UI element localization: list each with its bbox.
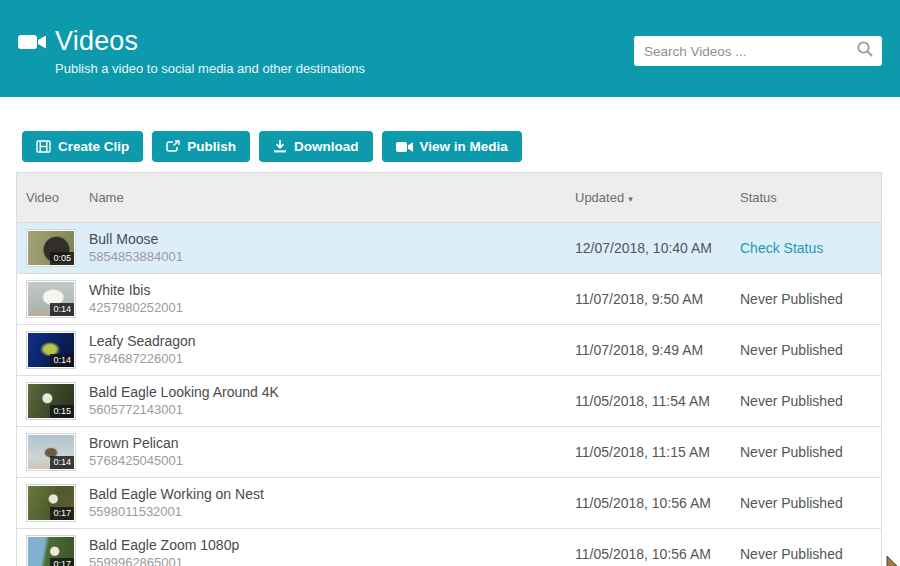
search-input[interactable] (644, 44, 856, 59)
table-row[interactable]: 0:14 Brown Pelican 5768425045001 11/05/2… (17, 426, 881, 477)
mouse-cursor-icon (886, 556, 898, 566)
column-header-video: Video (17, 190, 89, 205)
video-thumbnail[interactable]: 0:17 (26, 535, 76, 566)
toolbar: Create Clip Publish Download View i (22, 131, 900, 162)
download-icon (273, 140, 287, 153)
video-thumbnail[interactable]: 0:05 (26, 229, 76, 267)
video-title: Brown Pelican (89, 435, 575, 452)
duration-badge: 0:14 (50, 303, 74, 316)
column-header-name: Name (89, 190, 575, 205)
share-icon (166, 140, 180, 153)
table-row[interactable]: 0:17 Bald Eagle Zoom 1080p 5599962865001… (17, 528, 881, 566)
video-id: 5605772143001 (89, 402, 575, 418)
page-subtitle: Publish a video to social media and othe… (55, 61, 365, 76)
video-title: Bald Eagle Looking Around 4K (89, 384, 575, 401)
table-body: 0:05 Bull Moose 5854853884001 12/07/2018… (17, 222, 881, 566)
updated-cell: 11/05/2018, 11:15 AM (575, 444, 740, 460)
duration-badge: 0:15 (50, 405, 74, 418)
video-title: Bald Eagle Working on Nest (89, 486, 575, 503)
status-cell[interactable]: Check Status (740, 240, 881, 256)
video-id: 5599962865001 (89, 555, 575, 566)
video-thumbnail[interactable]: 0:15 (26, 382, 76, 420)
video-id: 5598011532001 (89, 504, 575, 520)
create-clip-label: Create Clip (58, 139, 129, 154)
sort-desc-icon: ▾ (628, 194, 633, 204)
updated-cell: 11/07/2018, 9:49 AM (575, 342, 740, 358)
video-thumbnail[interactable]: 0:14 (26, 331, 76, 369)
video-title: White Ibis (89, 282, 575, 299)
status-cell: Never Published (740, 342, 881, 358)
video-id: 5784687226001 (89, 351, 575, 367)
download-label: Download (294, 139, 359, 154)
updated-cell: 12/07/2018, 10:40 AM (575, 240, 740, 256)
video-camera-icon (18, 32, 47, 52)
duration-badge: 0:14 (50, 354, 74, 367)
status-cell: Never Published (740, 291, 881, 307)
updated-cell: 11/05/2018, 11:54 AM (575, 393, 740, 409)
table-row[interactable]: 0:14 Leafy Seadragon 5784687226001 11/07… (17, 324, 881, 375)
create-clip-button[interactable]: Create Clip (22, 131, 143, 162)
updated-cell: 11/07/2018, 9:50 AM (575, 291, 740, 307)
duration-badge: 0:05 (50, 252, 74, 265)
status-cell: Never Published (740, 546, 881, 562)
film-icon (36, 140, 51, 153)
video-thumbnail[interactable]: 0:14 (26, 280, 76, 318)
status-cell: Never Published (740, 393, 881, 409)
status-cell: Never Published (740, 495, 881, 511)
download-button[interactable]: Download (259, 131, 373, 162)
video-title: Bald Eagle Zoom 1080p (89, 537, 575, 554)
updated-cell: 11/05/2018, 10:56 AM (575, 546, 740, 562)
duration-badge: 0:17 (50, 558, 74, 566)
page-header: Videos Publish a video to social media a… (0, 0, 900, 97)
publish-button[interactable]: Publish (152, 131, 250, 162)
video-thumbnail[interactable]: 0:17 (26, 484, 76, 522)
search-box[interactable] (634, 36, 882, 66)
video-id: 5768425045001 (89, 453, 575, 469)
video-id: 5854853884001 (89, 249, 575, 265)
video-thumbnail[interactable]: 0:14 (26, 433, 76, 471)
view-in-media-button[interactable]: View in Media (382, 131, 522, 162)
duration-badge: 0:17 (50, 507, 74, 520)
video-title: Bull Moose (89, 231, 575, 248)
duration-badge: 0:14 (50, 456, 74, 469)
column-header-status: Status (740, 190, 881, 205)
view-in-media-label: View in Media (420, 139, 508, 154)
table-header-row: Video Name Updated▾ Status (17, 173, 881, 222)
videos-table: Video Name Updated▾ Status 0:05 Bull Moo… (16, 172, 882, 566)
search-icon[interactable] (856, 40, 874, 62)
page-title: Videos (55, 26, 138, 57)
video-id: 4257980252001 (89, 300, 575, 316)
table-row[interactable]: 0:14 White Ibis 4257980252001 11/07/2018… (17, 273, 881, 324)
table-row[interactable]: 0:05 Bull Moose 5854853884001 12/07/2018… (17, 222, 881, 273)
video-title: Leafy Seadragon (89, 333, 575, 350)
status-cell: Never Published (740, 444, 881, 460)
updated-cell: 11/05/2018, 10:56 AM (575, 495, 740, 511)
column-header-updated[interactable]: Updated▾ (575, 190, 740, 205)
camera-icon (396, 141, 413, 153)
table-row[interactable]: 0:17 Bald Eagle Working on Nest 55980115… (17, 477, 881, 528)
publish-label: Publish (187, 139, 236, 154)
table-row[interactable]: 0:15 Bald Eagle Looking Around 4K 560577… (17, 375, 881, 426)
